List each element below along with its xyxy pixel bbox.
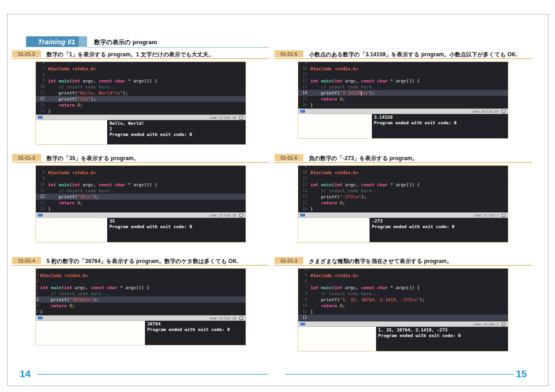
code-line: 4 xyxy=(298,269,508,272)
section-rule xyxy=(12,265,269,266)
code-line: 9#include <stdio.h> xyxy=(36,272,246,278)
code-token-pre: #include xyxy=(48,66,72,71)
code-token-fn: main xyxy=(51,285,62,290)
console-blank-area xyxy=(298,218,370,242)
section-label-chip: 01-01-4 xyxy=(12,257,41,264)
display-monitor-icon xyxy=(239,317,243,320)
code-token-pln: ); xyxy=(420,297,425,302)
code-line: 9 printf("1, 35, 38764, 3.1419, -273\n")… xyxy=(298,297,508,303)
line-number: 4 xyxy=(298,269,310,272)
code-token-cmt: // insert code here... xyxy=(48,188,117,193)
code-token-kw: int xyxy=(40,285,48,290)
console-output: 3.14159Program ended with exit code: 0 xyxy=(372,114,508,138)
code-token-kw: int xyxy=(48,182,56,187)
console-pane: -273Program ended with exit code: 0 xyxy=(298,218,508,242)
line-number: 5 xyxy=(298,272,310,278)
code-text: // insert code here... xyxy=(310,188,380,194)
display-monitor-icon xyxy=(239,116,243,119)
code-line-highlighted: 12 printf("1\n"); xyxy=(36,96,246,102)
code-line: 10int main(int argc, const char * argv[]… xyxy=(36,182,246,188)
code-line: 12 // insert code here... xyxy=(36,291,246,297)
code-line: 15 return 0; xyxy=(298,200,508,206)
code-token-pre: #include xyxy=(40,273,64,278)
code-token-kw: return xyxy=(59,102,75,108)
code-token-pln: * argv[]) { xyxy=(117,285,150,290)
code-token-kw: return xyxy=(321,303,337,308)
page-number-right: 15 xyxy=(516,368,527,379)
cursor-position-label: Line: 12 Col: 16 xyxy=(210,115,236,120)
section-rule xyxy=(274,265,532,266)
code-token-pln: ; xyxy=(343,96,345,101)
code-token-pre: <stdio.h> xyxy=(72,66,96,71)
line-number: 13 xyxy=(36,200,48,206)
code-line: 7int main(int argc, const char * argv[])… xyxy=(298,284,508,291)
code-line: 12int main(int argc, const char * argv[]… xyxy=(298,78,508,84)
line-number: 14 xyxy=(298,90,310,96)
code-token-pln: ); xyxy=(123,90,128,95)
console-line: Hello, World! xyxy=(110,121,243,126)
line-number: 6 xyxy=(298,278,310,284)
page-frame: Training 01 数字の表示の program 01-01-2数字の「1」… xyxy=(7,14,548,386)
code-token-pre: #include xyxy=(310,66,334,71)
code-token-pln: printf( xyxy=(48,96,77,101)
code-token-kw: return xyxy=(59,200,75,205)
line-number: 15 xyxy=(298,96,310,102)
console-blank-area xyxy=(298,327,376,351)
code-line: 11int main(int argc, const char * argv[]… xyxy=(36,284,246,291)
code-token-fn: main xyxy=(321,78,332,83)
code-token-kw: char xyxy=(115,182,125,187)
title-underline xyxy=(87,47,269,48)
code-token-pre: #include xyxy=(310,273,334,278)
display-monitor-icon xyxy=(501,214,506,217)
code-token-kw: return xyxy=(321,200,337,205)
code-token-pln: } xyxy=(310,102,313,108)
console-line: Program ended with exit code: 0 xyxy=(110,132,243,137)
code-token-kw: char xyxy=(377,285,388,290)
code-text: return 0; xyxy=(48,102,82,108)
line-number: 13 xyxy=(298,84,310,90)
footer-line-left xyxy=(37,374,268,375)
code-text: int main(int argc, const char * argv[]) … xyxy=(310,182,420,188)
line-number: 11 xyxy=(298,309,310,315)
code-line: 9 xyxy=(298,62,508,66)
code-text: int main(int argc, const char * argv[]) … xyxy=(40,284,150,291)
code-token-kw: return xyxy=(51,303,67,308)
code-token-str: "Hello, World!\n" xyxy=(77,90,123,95)
code-token-pre: #include xyxy=(48,170,72,175)
code-token-pln: printf( xyxy=(40,297,69,302)
code-token-str: "38764\n" xyxy=(69,297,93,302)
status-bar: Line: 12 Col: 15 xyxy=(36,212,246,218)
code-token-pln: } xyxy=(48,108,51,114)
code-token-pln: ; xyxy=(80,200,83,205)
code-text: printf("1\n"); xyxy=(48,96,96,102)
section-label-chip: 01-01-5 xyxy=(274,50,303,57)
code-token-pln: ; xyxy=(343,200,345,205)
line-number: 11 xyxy=(36,188,48,194)
code-text: #include <stdio.h> xyxy=(40,272,88,278)
code-token-cmt: // insert code here... xyxy=(310,84,380,89)
code-token-pln: ); xyxy=(93,194,98,199)
code-token-str: "1\n" xyxy=(77,96,91,101)
code-line: 11 printf("Hello, World!\n"); xyxy=(36,90,246,96)
code-token-pre: <stdio.h> xyxy=(64,273,88,278)
code-line: 14} xyxy=(36,206,246,212)
code-token-pln: argc, xyxy=(80,182,99,187)
code-editor: 45#include <stdio.h>67int main(int argc,… xyxy=(298,269,508,321)
code-token-fn: main xyxy=(59,182,69,187)
code-line: 16} xyxy=(298,206,508,212)
code-token-cmt: // insert code here... xyxy=(40,291,110,296)
code-text: return 0; xyxy=(310,303,345,309)
console-pane: 1, 35, 38764, 3.1419, -273Program ended … xyxy=(298,327,508,351)
console-line: Program ended with exit code: 0 xyxy=(378,333,506,338)
console-pane: Hello, World!1Program ended with exit co… xyxy=(36,120,246,144)
editor-screenshot: 910#include <stdio.h>1112int main(int ar… xyxy=(298,61,508,139)
line-number: 6 xyxy=(36,62,48,66)
code-token-pln: * argv[]) { xyxy=(388,182,420,187)
code-token-kw: int xyxy=(64,285,72,290)
line-number: 9 xyxy=(36,176,48,182)
line-number: 8 xyxy=(36,72,48,78)
code-token-kw: int xyxy=(48,78,56,83)
code-token-pln xyxy=(310,96,321,101)
code-token-str: "1, 35, 38764, 3.1419, -273\n" xyxy=(340,297,420,302)
code-line: 13 return 0; xyxy=(36,200,246,206)
